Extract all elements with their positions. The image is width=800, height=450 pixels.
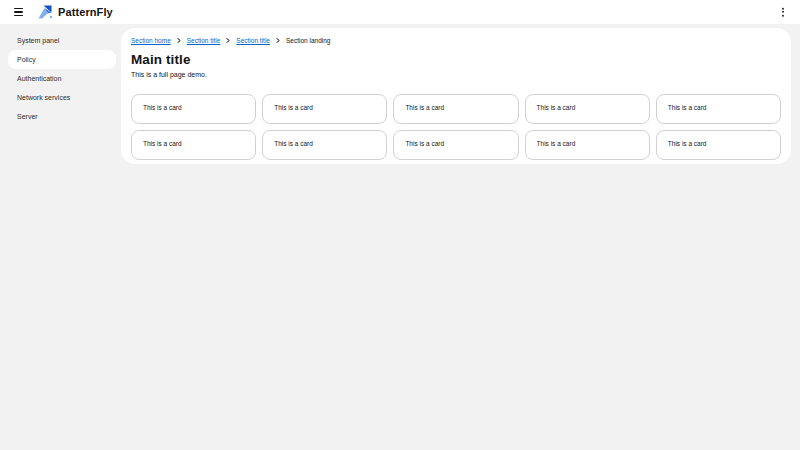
card: This is a card: [131, 94, 256, 124]
sidebar-item-policy[interactable]: Policy: [8, 50, 116, 69]
breadcrumb-link-section-home[interactable]: Section home: [131, 37, 171, 44]
card: This is a card: [525, 94, 650, 124]
sidebar-item-authentication[interactable]: Authentication: [8, 69, 116, 88]
card: This is a card: [393, 94, 518, 124]
breadcrumb-current-section-landing: Section landing: [286, 37, 330, 44]
masthead: PatternFly: [0, 0, 800, 24]
card: This is a card: [656, 130, 781, 160]
brand-name: PatternFly: [58, 6, 113, 18]
chevron-right-icon: [226, 38, 230, 43]
breadcrumb: Section home Section title Section title…: [131, 36, 781, 44]
brand: PatternFly: [37, 4, 113, 20]
hamburger-icon[interactable]: [12, 6, 25, 18]
sidebar-item-server[interactable]: Server: [8, 107, 116, 126]
breadcrumb-link-section-title-2[interactable]: Section title: [236, 37, 270, 44]
card: This is a card: [656, 94, 781, 124]
card: This is a card: [393, 130, 518, 160]
chevron-right-icon: [177, 38, 181, 43]
sidebar-item-network-services[interactable]: Network services: [8, 88, 116, 107]
kebab-menu-icon[interactable]: [780, 6, 786, 19]
card: This is a card: [262, 130, 387, 160]
sidebar-item-system-panel[interactable]: System panel: [8, 31, 116, 50]
card: This is a card: [131, 130, 256, 160]
content-panel: Section home Section title Section title…: [121, 28, 791, 164]
patternfly-logo-icon: [37, 4, 53, 20]
card: This is a card: [262, 94, 387, 124]
card-grid: This is a card This is a card This is a …: [131, 94, 781, 160]
sidebar: System panel Policy Authentication Netwo…: [0, 24, 121, 126]
app-body: System panel Policy Authentication Netwo…: [0, 24, 800, 450]
card: This is a card: [525, 130, 650, 160]
page-subtitle: This is a full page demo.: [131, 71, 781, 78]
page-title: Main title: [131, 52, 781, 67]
breadcrumb-link-section-title-1[interactable]: Section title: [187, 37, 221, 44]
chevron-right-icon: [276, 38, 280, 43]
